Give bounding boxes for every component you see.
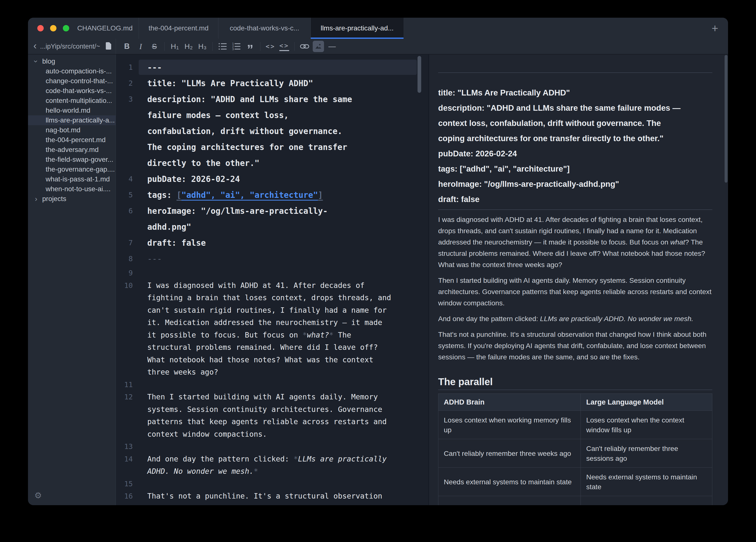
editor-line[interactable]: it. Medication addressed the neurochemis… [116, 316, 428, 329]
link-icon[interactable] [299, 41, 310, 52]
text-segment: I was diagnosed with ADHD at 41. After d… [147, 281, 365, 290]
preview-paragraph: Then I started building with AI agents d… [438, 275, 712, 309]
strikethrough-button[interactable]: S [149, 41, 160, 52]
blockquote-icon[interactable]: ” [244, 41, 256, 52]
editor-line[interactable]: 10I was diagnosed with ADHD at 41. After… [116, 279, 428, 292]
editor-line[interactable]: 14And one day the pattern clicked: *LLMs… [116, 453, 428, 465]
editor-line[interactable]: 16That's not a punchline. It's a structu… [116, 490, 428, 502]
tab-the-004-percent[interactable]: the-004-percent.md [139, 18, 218, 39]
text-segment: ] [318, 190, 323, 200]
editor-scrollbar-thumb[interactable] [418, 56, 421, 93]
editor-line[interactable]: 6heroImage: "/og/llms-are-practically- [116, 203, 428, 219]
sidebar-folder-blog[interactable]: ›blog [28, 56, 116, 66]
sidebar-item-nag-bot-md[interactable]: nag-bot.md [28, 125, 116, 135]
sidebar-item-when-not-to-use-ai[interactable]: when-not-to-use-ai.... [28, 184, 116, 194]
chevron-right-icon[interactable]: › [33, 195, 39, 203]
sidebar-item-auto-compaction-is[interactable]: auto-compaction-is-... [28, 66, 116, 76]
table-row: Can't reliably remember three weeks agoC… [438, 439, 712, 468]
chevron-down-icon[interactable]: › [32, 59, 40, 64]
frontmatter-top-rule [438, 72, 712, 73]
editor-line[interactable]: patterns that keep agents reliable acros… [116, 416, 428, 428]
image-icon[interactable] [313, 41, 324, 52]
editor-line[interactable]: 7draft: false [116, 235, 428, 251]
editor-line[interactable]: What notebook had those notes? What was … [116, 354, 428, 366]
editor-line[interactable]: directly to the other." [116, 155, 428, 171]
line-number [116, 329, 137, 341]
heading1-button[interactable]: H1 [169, 41, 180, 52]
bullet-list-icon[interactable] [217, 41, 228, 52]
text-segment: * [254, 467, 258, 475]
editor-line-text: can't sustain rigid routines, I finally … [147, 304, 428, 317]
markdown-source-editor[interactable]: 1---2title: "LLMs Are Practically ADHD"3… [116, 54, 429, 505]
text-segment: confabulation, drift without governance. [147, 126, 342, 136]
editor-line[interactable]: 15 [116, 478, 428, 490]
editor-line[interactable]: The coping architectures for one transfe… [116, 139, 428, 155]
editor-line[interactable]: 13 [116, 440, 428, 453]
ordered-list-icon[interactable]: 1 2 3 [231, 41, 242, 52]
zoom-window-button[interactable] [63, 25, 69, 31]
line-number: 9 [116, 267, 137, 279]
heading2-button[interactable]: H2 [183, 41, 194, 52]
table-row: Loses context when working memory fills … [438, 411, 712, 439]
editor-line[interactable]: ADHD. No wonder we mesh.* [116, 465, 428, 478]
text-segment: * [294, 455, 298, 463]
sidebar-item-the-adversary-md[interactable]: the-adversary.md [28, 145, 116, 155]
editor-line[interactable]: 8--- [116, 251, 428, 267]
sidebar-item-hello-world-md[interactable]: hello-world.md [28, 106, 116, 115]
minimize-window-button[interactable] [50, 25, 56, 31]
sidebar-item-label: blog [42, 57, 55, 65]
sidebar-item-the-governance-gap[interactable]: the-governance-gap.... [28, 164, 116, 174]
italic-button[interactable]: I [135, 41, 146, 52]
sidebar-item-change-control-that[interactable]: change-control-that-... [28, 76, 116, 86]
sidebar-item-the-field-swap-gover[interactable]: the-field-swap-gover... [28, 155, 116, 164]
text-segment: Then I started building with AI agents d… [438, 276, 712, 307]
horizontal-rule-button[interactable]: — [326, 41, 338, 52]
editor-line[interactable]: 5tags: ["adhd", "ai", "architecture"] [116, 187, 428, 203]
sidebar-item-the-004-percent-md[interactable]: the-004-percent.md [28, 135, 116, 145]
editor-line[interactable]: three weeks ago? [116, 366, 428, 379]
editor-line[interactable]: 1--- [116, 59, 428, 75]
back-icon[interactable]: ‹ [33, 41, 37, 51]
bold-button[interactable]: B [121, 41, 133, 52]
tab-code-that-works[interactable]: code-that-works-vs-c... [218, 18, 311, 39]
close-window-button[interactable] [37, 25, 44, 31]
frontmatter-line: title: "LLMs Are Practically ADHD" [438, 85, 712, 100]
sidebar-item-code-that-works-vs[interactable]: code-that-works-vs-... [28, 86, 116, 96]
editor-line[interactable]: failure modes — context loss, [116, 107, 428, 123]
inline-code-button[interactable]: <> [265, 41, 276, 52]
editor-line[interactable]: 11 [116, 379, 428, 391]
breadcrumb-path[interactable]: ...ipYip/src/content/~ [40, 43, 102, 50]
text-segment: that changed how I think about both syst… [147, 504, 387, 505]
sidebar-item-llms-are-practically-a[interactable]: llms-are-practically-a... [28, 115, 116, 125]
editor-line[interactable]: confabulation, drift without governance. [116, 123, 428, 139]
tab-llms-are-practically-adhd[interactable]: llms-are-practically-ad... [311, 18, 404, 39]
heading3-button[interactable]: H3 [197, 41, 208, 52]
editor-line-text: tags: ["adhd", "ai", "architecture"] [147, 187, 428, 203]
editor-line[interactable]: 9 [116, 267, 428, 279]
sidebar-item-what-is-pass-at-1-md[interactable]: what-is-pass-at-1.md [28, 174, 116, 184]
text-segment: description: "ADHD and LLMs share the sa… [147, 95, 352, 104]
editor-line[interactable]: it possible to focus. But focus on *what… [116, 329, 428, 341]
tab-changelog[interactable]: CHANGELOG.md [71, 18, 139, 39]
sidebar-folder-projects[interactable]: ›projects [28, 194, 116, 204]
line-number: 15 [116, 478, 137, 490]
sidebar-item-content-multiplicatio[interactable]: content-multiplicatio... [28, 96, 116, 106]
editor-line[interactable]: fighting a brain that loses context, dro… [116, 292, 428, 304]
code-block-button[interactable]: <> [279, 41, 290, 52]
editor-line[interactable]: 4pubDate: 2026-02-24 [116, 171, 428, 187]
editor-line[interactable]: adhd.png" [116, 219, 428, 235]
editor-line[interactable]: 3description: "ADHD and LLMs share the s… [116, 91, 428, 107]
svg-text:1: 1 [232, 43, 234, 45]
editor-line[interactable]: 2title: "LLMs Are Practically ADHD" [116, 75, 428, 91]
editor-line[interactable]: systems. Session continuity architecture… [116, 403, 428, 416]
editor-line-text: adhd.png" [147, 219, 428, 235]
editor-line[interactable]: can't sustain rigid routines, I finally … [116, 304, 428, 317]
settings-gear-icon[interactable]: ⚙ [34, 490, 42, 500]
editor-line[interactable]: 12Then I started building with AI agents… [116, 391, 428, 403]
line-number: 11 [116, 379, 137, 391]
editor-line[interactable]: structural problems remained. Where did … [116, 341, 428, 354]
new-tab-button[interactable]: + [712, 22, 718, 35]
editor-line[interactable]: that changed how I think about both syst… [116, 502, 428, 505]
preview-scrollbar-thumb[interactable] [725, 55, 728, 183]
editor-line[interactable]: context window compactions. [116, 428, 428, 441]
